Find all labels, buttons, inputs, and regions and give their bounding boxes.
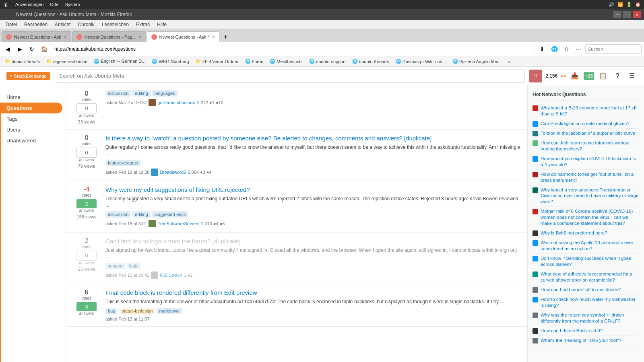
- stackexchange-logo[interactable]: ≡ StackExchange: [6, 72, 50, 80]
- hot-item[interactable]: How can I detect Bash >=4.0?: [533, 326, 639, 336]
- question-title[interactable]: Why were my edit suggestions of fixing U…: [105, 186, 521, 194]
- os-menu-system[interactable]: System: [65, 2, 80, 7]
- author-avatar: [149, 99, 156, 106]
- browser-search-input[interactable]: [585, 44, 642, 54]
- question-tags: discussion editing languages: [105, 90, 521, 97]
- tag[interactable]: languages: [152, 90, 178, 97]
- menu-ansicht[interactable]: Ansicht: [52, 21, 74, 28]
- new-tab-button[interactable]: +: [220, 32, 231, 42]
- hot-item[interactable]: Mother milk of 6 Corona-positive (COVID-…: [533, 207, 639, 228]
- tag[interactable]: discussion: [105, 90, 131, 97]
- close-button[interactable]: ✕: [633, 11, 641, 18]
- bookmark-ubuntu-support[interactable]: 🌐 ubuntu-support: [307, 58, 348, 65]
- bookmark-more[interactable]: »: [506, 58, 513, 65]
- hot-item[interactable]: What type of adhesive is recommended for…: [533, 269, 639, 285]
- menu-extras[interactable]: Extras: [133, 21, 153, 28]
- bookmark-debian[interactable]: 📁 debian-threats: [2, 58, 42, 65]
- nav-home[interactable]: Home: [0, 92, 62, 103]
- hot-item[interactable]: How can I add more fluff to my stories?: [533, 285, 639, 295]
- minimize-button[interactable]: ─: [613, 11, 621, 18]
- forward-button[interactable]: ▶: [14, 44, 25, 54]
- tag[interactable]: support: [105, 263, 125, 269]
- hot-item[interactable]: Torsion in the jacobian of a super ellip…: [533, 129, 639, 138]
- bookmark-foren[interactable]: 🌐 Foren: [243, 58, 266, 65]
- hot-item[interactable]: How to check how much water my dishwashe…: [533, 295, 639, 311]
- window-controls[interactable]: ─ □ ✕: [613, 11, 644, 18]
- question-meta: asked Feb 13 at 11:07: [105, 317, 521, 321]
- tag[interactable]: status-bydesign: [119, 308, 155, 314]
- os-menu-applications[interactable]: Anwendungen: [15, 2, 43, 7]
- author-name[interactable]: guillermo chamorro: [157, 100, 195, 105]
- author-name[interactable]: K.E Declon: [160, 273, 182, 278]
- hot-item[interactable]: Was not saving the Apollo 13 astronauts …: [533, 238, 639, 254]
- tag[interactable]: bug: [105, 308, 118, 314]
- tag[interactable]: suggested-edits: [152, 211, 188, 218]
- hot-item[interactable]: How do harmonic tones get "out of tune" …: [533, 170, 639, 185]
- help-icon[interactable]: ?: [612, 70, 623, 82]
- question-title[interactable]: Final code block is rendered differently…: [105, 289, 521, 297]
- menu-datei[interactable]: Datei: [2, 21, 20, 28]
- nav-users[interactable]: Users: [0, 124, 62, 135]
- menu-icon[interactable]: ☰: [626, 70, 638, 82]
- back-button[interactable]: ◀: [2, 44, 13, 54]
- tag[interactable]: markdown: [157, 308, 182, 314]
- tab-2[interactable]: Newest Questions - Pag... ✕: [72, 31, 146, 42]
- maximize-button[interactable]: □: [623, 11, 631, 18]
- achievements-icon[interactable]: +26: [584, 72, 594, 80]
- question-excerpt: Quite regularly I come across really goo…: [105, 144, 521, 158]
- tag[interactable]: discussion: [105, 211, 131, 218]
- se-search-input[interactable]: [55, 70, 524, 82]
- overflow-icon[interactable]: ⋯: [573, 44, 584, 54]
- review-icon[interactable]: 📋: [597, 70, 609, 82]
- user-avatar[interactable]: U: [529, 70, 542, 82]
- bookmark-ff[interactable]: 📁 FF 4Neuer Ordner: [193, 58, 241, 65]
- menu-hilfe[interactable]: Hilfe: [154, 21, 170, 28]
- hot-item[interactable]: Why would a B-29 consume more fuel at 17…: [533, 103, 639, 119]
- inbox-icon[interactable]: 📥: [569, 70, 580, 82]
- os-menu-places[interactable]: Orte: [50, 2, 58, 7]
- question-title[interactable]: Is there a way to "watch" a question pos…: [105, 134, 521, 142]
- hot-item[interactable]: What's the meaning of "ship your foot"?: [533, 336, 639, 346]
- menu-lesezeichen[interactable]: Lesezeichen: [99, 21, 132, 28]
- tab-1-close[interactable]: ✕: [64, 35, 67, 39]
- tab-1[interactable]: Newest Questions - Ask ✕: [2, 31, 71, 42]
- hot-question-title: What type of adhesive is recommended for…: [541, 271, 639, 283]
- asked-date: asked Mar 2 at 20:37: [105, 100, 147, 105]
- author-name[interactable]: FreeSoftwareServers: [157, 221, 199, 226]
- nav-tags[interactable]: Tags: [0, 113, 62, 124]
- question-item: 2 votes 0 answers 26 views Can't find li…: [66, 232, 527, 284]
- tag[interactable]: feature-request: [105, 160, 140, 166]
- bookmark-meistbesucht[interactable]: 🌐 Meistbesucht: [267, 58, 305, 65]
- home-button[interactable]: 🏠: [39, 44, 49, 54]
- tag[interactable]: editing: [132, 211, 150, 218]
- tag[interactable]: login: [127, 263, 141, 269]
- bookmark-recherche[interactable]: 📁 eigene recherche: [44, 58, 90, 65]
- nav-unanswered[interactable]: Unanswered: [0, 135, 62, 146]
- hot-item[interactable]: Why would a very advanced Transhumanist …: [533, 185, 639, 207]
- question-title[interactable]: Can't find link to logout from the forum…: [105, 237, 521, 245]
- downloads-icon[interactable]: ⬇: [537, 44, 547, 54]
- nav-questions[interactable]: Questions: [0, 103, 62, 113]
- reload-button[interactable]: ↻: [27, 44, 37, 54]
- bookmark-ubuntu-threats[interactable]: 🌐 ubuntu-threarts: [350, 58, 392, 65]
- hot-item[interactable]: Can Prestidigitation create medical glov…: [533, 119, 639, 129]
- hot-item[interactable]: How can Jedi learn to use tutaminis with…: [533, 138, 639, 154]
- tab-3[interactable]: Newest Questions - Ask * ✕: [147, 31, 219, 42]
- tab-3-close[interactable]: ✕: [212, 35, 215, 39]
- tag[interactable]: editing: [132, 90, 150, 97]
- hot-item[interactable]: Do I know if Sending succeeds when it go…: [533, 254, 639, 269]
- bookmark-wbg[interactable]: 🌐 WBG Nürnberg: [149, 58, 191, 65]
- menu-chronik[interactable]: Chronik: [74, 21, 97, 28]
- bookmark-dnsmasq[interactable]: 🌐 Dnsmasq › Wiki › ub...: [393, 58, 448, 65]
- bookmark-pizzeria[interactable]: 🌐 Pizzeria Angelo Mei...: [450, 58, 504, 65]
- menu-bearbeiten[interactable]: Bearbeiten: [21, 21, 51, 28]
- url-input[interactable]: [51, 44, 535, 54]
- bookmark-icon[interactable]: ☆: [561, 44, 572, 54]
- hot-item[interactable]: How would you explain COVID-19 lockdown …: [533, 154, 639, 170]
- globe-icon[interactable]: 🌐: [549, 44, 559, 54]
- hot-item[interactable]: Why is Bxh6 not preferred here?: [533, 228, 639, 238]
- hot-item[interactable]: Why was the return key symbol ↵ drawn di…: [533, 311, 639, 326]
- tab-2-close[interactable]: ✕: [138, 35, 142, 39]
- author-name[interactable]: Broadsword6: [160, 170, 186, 175]
- bookmark-english[interactable]: 🌐 English ⇔ German D...: [91, 58, 148, 65]
